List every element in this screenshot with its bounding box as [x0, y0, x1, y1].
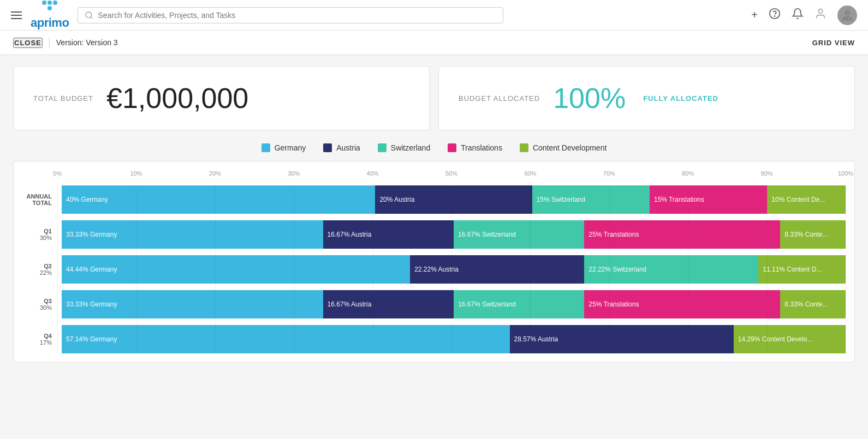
row-label: Q417%: [18, 333, 57, 346]
logo-text: aprimo: [31, 16, 69, 30]
bar-segment: 10% Content De...: [767, 185, 846, 214]
row-label-pct: 30%: [18, 234, 52, 241]
bar-segment: 16.67% Switzerland: [454, 220, 584, 249]
user-icon[interactable]: [815, 8, 827, 22]
chart-row: Q130%33.33% Germany16.67% Austria16.67% …: [57, 220, 846, 249]
axis-tick: 20%: [209, 170, 221, 177]
row-label-main: Q2: [18, 263, 52, 269]
notifications-icon[interactable]: [792, 8, 804, 22]
legend-label: Switzerland: [391, 143, 430, 152]
legend-label: Germany: [275, 143, 306, 152]
bar-container: 57.14% Germany28.57% Austria14.29% Conte…: [62, 325, 846, 353]
bar-container: 33.33% Germany16.67% Austria16.67% Switz…: [62, 290, 846, 318]
bar-segment: 44.44% Germany: [62, 255, 410, 284]
bar-segment: 16.67% Switzerland: [454, 290, 584, 318]
bar-container: 44.44% Germany22.22% Austria22.22% Switz…: [62, 255, 846, 284]
bar-segment: 16.67% Austria: [323, 220, 454, 249]
legend-item: Content Development: [520, 143, 607, 152]
legend-swatch: [448, 143, 456, 152]
grid-view-button[interactable]: GRID VIEW: [812, 39, 855, 47]
svg-point-4: [818, 9, 822, 13]
row-label-main: Q3: [18, 298, 52, 304]
bar-segment: 22.22% Austria: [410, 255, 584, 284]
axis-tick: 50%: [445, 170, 457, 177]
search-bar[interactable]: [78, 7, 503, 23]
bar-segment: 40% Germany: [62, 185, 375, 214]
total-budget-value: €1,000,000: [106, 82, 248, 115]
legend-swatch: [261, 143, 270, 152]
axis-tick: 10%: [130, 170, 142, 177]
legend-label: Austria: [336, 143, 360, 152]
legend-label: Translations: [461, 143, 502, 152]
bars-container: ANNUALTOTAL40% Germany20% Austria15% Swi…: [57, 185, 846, 353]
chart-row: Q222%44.44% Germany22.22% Austria22.22% …: [57, 255, 846, 284]
legend-item: Switzerland: [378, 143, 430, 152]
divider: [49, 37, 50, 48]
row-label-main: ANNUAL: [18, 193, 52, 200]
search-input[interactable]: [98, 11, 496, 20]
bar-container: 33.33% Germany16.67% Austria16.67% Switz…: [62, 220, 846, 249]
axis-wrapper: 0%10%20%30%40%50%60%70%80%90%100%: [57, 170, 846, 181]
bar-segment: 33.33% Germany: [62, 290, 323, 318]
top-bar: aprimo +: [0, 0, 868, 31]
add-button[interactable]: +: [751, 9, 758, 21]
bar-segment: 25% Translations: [584, 290, 780, 318]
bar-container: 40% Germany20% Austria15% Switzerland15%…: [62, 185, 846, 214]
bar-segment: 28.57% Austria: [510, 325, 734, 353]
chart-row: ANNUALTOTAL40% Germany20% Austria15% Swi…: [57, 185, 846, 214]
help-icon[interactable]: [769, 8, 781, 22]
row-label-pct: 17%: [18, 339, 52, 346]
bar-segment: 14.29% Content Develo...: [734, 325, 846, 353]
chart-row: Q417%57.14% Germany28.57% Austria14.29% …: [57, 325, 846, 353]
svg-line-1: [91, 17, 92, 19]
row-label: Q222%: [18, 263, 57, 276]
bar-segment: 15% Switzerland: [532, 185, 650, 214]
bar-segment: 57.14% Germany: [62, 325, 510, 353]
legend-label: Content Development: [533, 143, 607, 152]
grid-line: [846, 185, 846, 353]
svg-point-5: [845, 10, 850, 15]
row-label-main: Q1: [18, 228, 52, 234]
legend-item: Germany: [261, 143, 306, 152]
avatar[interactable]: [837, 5, 857, 25]
row-label-pct: 22%: [18, 269, 52, 276]
bar-segment: 8.33% Conte...: [780, 220, 846, 249]
svg-point-0: [86, 12, 92, 18]
row-label-main: Q4: [18, 333, 52, 339]
bar-segment: 8.33% Conte...: [780, 290, 846, 318]
axis-tick: 90%: [761, 170, 773, 177]
legend-item: Austria: [323, 143, 360, 152]
legend-swatch: [378, 143, 387, 152]
axis-tick: 40%: [367, 170, 379, 177]
menu-icon[interactable]: [11, 11, 22, 19]
axis-tick: 60%: [524, 170, 536, 177]
legend-item: Translations: [448, 143, 502, 152]
logo: aprimo: [31, 1, 69, 30]
row-label-sub: TOTAL: [18, 200, 52, 206]
main-content: TOTAL BUDGET €1,000,000 BUDGET ALLOCATED…: [0, 55, 868, 374]
total-budget-card: TOTAL BUDGET €1,000,000: [13, 66, 430, 130]
axis-tick: 100%: [838, 170, 853, 177]
allocated-budget-label: BUDGET ALLOCATED: [459, 94, 540, 103]
axis-tick: 0%: [53, 170, 62, 177]
allocated-percent: 100%: [553, 82, 626, 115]
bar-segment: 33.33% Germany: [62, 220, 323, 249]
row-label: ANNUALTOTAL: [18, 193, 57, 206]
allocated-budget-card: BUDGET ALLOCATED 100% FULLY ALLOCATED: [438, 66, 855, 130]
chart-legend: GermanyAustriaSwitzerlandTranslationsCon…: [13, 143, 855, 152]
total-budget-label: TOTAL BUDGET: [33, 94, 93, 103]
row-label: Q330%: [18, 298, 57, 311]
legend-swatch: [323, 143, 332, 152]
top-right-icons: +: [751, 5, 857, 25]
budget-cards: TOTAL BUDGET €1,000,000 BUDGET ALLOCATED…: [13, 66, 855, 130]
close-button[interactable]: CLOSE: [13, 38, 43, 48]
row-label: Q130%: [18, 228, 57, 241]
legend-swatch: [520, 143, 528, 152]
chart-row: Q330%33.33% Germany16.67% Austria16.67% …: [57, 290, 846, 318]
bar-segment: 11.11% Content D...: [758, 255, 846, 284]
axis-tick: 70%: [603, 170, 615, 177]
row-label-pct: 30%: [18, 304, 52, 311]
version-label: Version: Version 3: [56, 38, 118, 47]
bar-segment: 20% Austria: [375, 185, 532, 214]
bar-segment: 15% Translations: [650, 185, 767, 214]
